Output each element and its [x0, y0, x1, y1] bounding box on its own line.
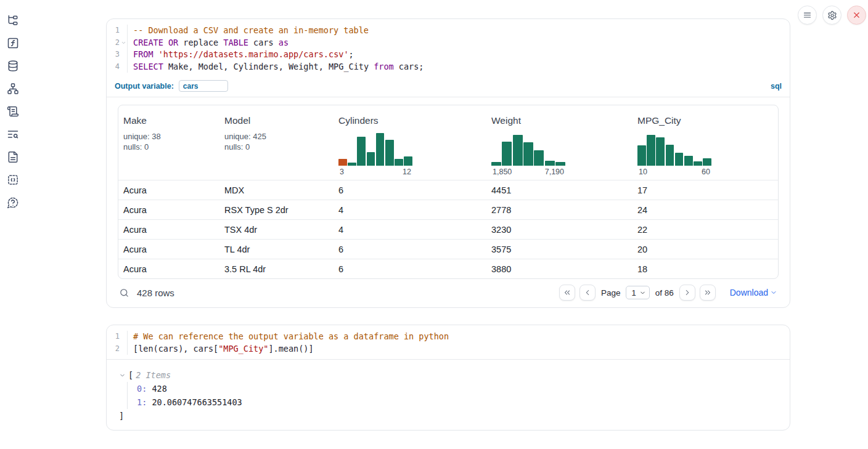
column-header-make[interactable]: Makeunique: 38nulls: 0 — [118, 105, 219, 180]
sidebar-button-help-bubble[interactable] — [7, 196, 19, 209]
last-page-button[interactable] — [700, 285, 716, 301]
page-select[interactable]: 1 — [626, 286, 649, 299]
close-button[interactable] — [847, 6, 866, 25]
chevron-down-icon — [639, 289, 646, 296]
code-snippet-icon — [7, 174, 19, 186]
language-badge[interactable]: sql — [771, 82, 782, 91]
line-number-gutter: 4 — [107, 61, 128, 73]
sql-editor[interactable]: 1-- Download a CSV and create an in-memo… — [107, 19, 790, 77]
search-icon[interactable] — [119, 288, 129, 298]
code-text: SELECT Make, Model, Cylinders, Weight, M… — [128, 61, 424, 73]
sidebar-button-function-square[interactable] — [7, 37, 19, 49]
code-token-comment: # We can reference the output variable a… — [133, 331, 449, 341]
scroll-text-icon — [7, 105, 19, 118]
menu-button[interactable] — [798, 6, 817, 25]
histogram-mpg_city: 1060 — [637, 133, 711, 176]
column-header-mpg_city[interactable]: MPG_City1060 — [633, 105, 778, 180]
code-token-comment: -- Download a CSV and create an in-memor… — [133, 25, 369, 35]
python-editor[interactable]: 1# We can reference the output variable … — [107, 325, 790, 360]
chevron-down-icon — [121, 40, 126, 46]
table-cell: 22 — [633, 225, 778, 235]
chevrons-left-icon — [563, 288, 571, 297]
page-label: Page — [601, 288, 621, 297]
code-token-string: "MPG_City" — [218, 344, 268, 354]
histogram-bars — [637, 133, 711, 166]
sidebar — [0, 14, 26, 209]
histogram-bars — [491, 133, 565, 166]
code-line[interactable]: 4SELECT Make, Model, Cylinders, Weight, … — [107, 61, 790, 73]
code-token-plain: cars — [248, 38, 279, 47]
tree-entries: 0: 4281: 20.060747663551403 — [127, 382, 779, 409]
table-cell: 4 — [334, 205, 486, 215]
histogram-bar — [491, 162, 501, 166]
code-line[interactable]: 1-- Download a CSV and create an in-memo… — [107, 25, 790, 37]
sidebar-button-scroll-text[interactable] — [7, 105, 19, 118]
code-token-plain: Make, Model, Cylinders, Weight, MPG_City — [163, 62, 374, 71]
table-cell: 18 — [633, 264, 778, 274]
axis-max-label: 60 — [702, 168, 710, 176]
chevron-down-icon — [770, 289, 777, 296]
first-page-button[interactable] — [559, 285, 575, 301]
sidebar-button-database[interactable] — [7, 60, 19, 72]
fold-zone[interactable] — [120, 37, 127, 49]
table-cell: 6 — [334, 185, 486, 195]
python-cell: 1# We can reference the output variable … — [106, 325, 790, 431]
sidebar-button-text-search[interactable] — [7, 128, 19, 140]
download-button[interactable]: Download — [730, 288, 777, 297]
next-page-button[interactable] — [679, 285, 695, 301]
column-header-model[interactable]: Modelunique: 425nulls: 0 — [219, 105, 334, 180]
tree-open-bracket: [ — [128, 370, 133, 380]
code-token-keyword: SELECT — [133, 62, 163, 71]
table-cell: 2778 — [486, 205, 633, 215]
file-text-icon — [7, 151, 19, 163]
tree-collapse-icon[interactable] — [119, 372, 126, 379]
column-title: Weight — [491, 115, 628, 126]
tree-entry-value: 20.060747663551403 — [152, 397, 242, 407]
histogram-bar — [555, 162, 565, 166]
code-line[interactable]: 2[len(cars), cars["MPG_City"].mean()] — [107, 343, 790, 355]
sidebar-button-dependency-graph[interactable] — [7, 83, 19, 95]
dependency-graph-icon — [7, 83, 19, 95]
fold-zone — [120, 331, 127, 343]
tree-root-row: [ 2 Items — [119, 368, 779, 382]
table-cell: 3880 — [486, 264, 633, 274]
chevron-down-icon — [639, 289, 646, 296]
table-cell: MDX — [219, 185, 334, 195]
line-number-gutter: 1 — [107, 331, 128, 343]
pagination: Page 1 of 86 Download — [559, 285, 777, 301]
axis-max-label: 12 — [403, 168, 411, 176]
sidebar-button-file-tree[interactable] — [7, 14, 19, 26]
column-stat: unique: 38 — [123, 132, 215, 142]
code-token-string: 'https://datasets.marimo.app/cars.csv' — [158, 49, 349, 59]
line-number: 3 — [107, 49, 120, 61]
column-stat: nulls: 0 — [123, 142, 215, 153]
line-number: 1 — [107, 25, 120, 37]
chevron-down-icon — [770, 289, 777, 296]
axis-min-label: 3 — [340, 168, 344, 176]
code-token-plain: cars; — [394, 62, 424, 71]
sidebar-button-code-snippet[interactable] — [7, 174, 19, 186]
fold-zone — [120, 49, 127, 61]
page-total-label: of 86 — [655, 288, 674, 297]
page-select-value: 1 — [631, 288, 636, 297]
code-line[interactable]: 2CREATE OR replace TABLE cars as — [107, 37, 790, 49]
data-table: Makeunique: 38nulls: 0Modelunique: 425nu… — [118, 105, 779, 279]
code-line[interactable]: 3FROM 'https://datasets.marimo.app/cars.… — [107, 49, 790, 61]
column-header-weight[interactable]: Weight1,8507,190 — [486, 105, 633, 180]
column-title: MPG_City — [637, 115, 773, 126]
chevrons-right-icon — [703, 288, 712, 297]
settings-button[interactable] — [822, 6, 841, 25]
code-token-plain: ; — [349, 49, 354, 59]
tree-entry-value: 428 — [152, 384, 166, 394]
code-token-plain — [154, 49, 158, 59]
code-token-keyword: FROM — [133, 49, 154, 59]
output-variable-input[interactable] — [179, 80, 228, 92]
close-icon — [852, 10, 861, 20]
column-header-cylinders[interactable]: Cylinders312 — [334, 105, 486, 180]
row-count-label: 428 rows — [137, 288, 174, 298]
histogram-axis-labels: 1060 — [637, 168, 711, 176]
output-variable-label: Output variable: — [115, 82, 174, 91]
sidebar-button-file-text[interactable] — [7, 151, 19, 163]
code-line[interactable]: 1# We can reference the output variable … — [107, 331, 790, 343]
prev-page-button[interactable] — [579, 285, 596, 301]
